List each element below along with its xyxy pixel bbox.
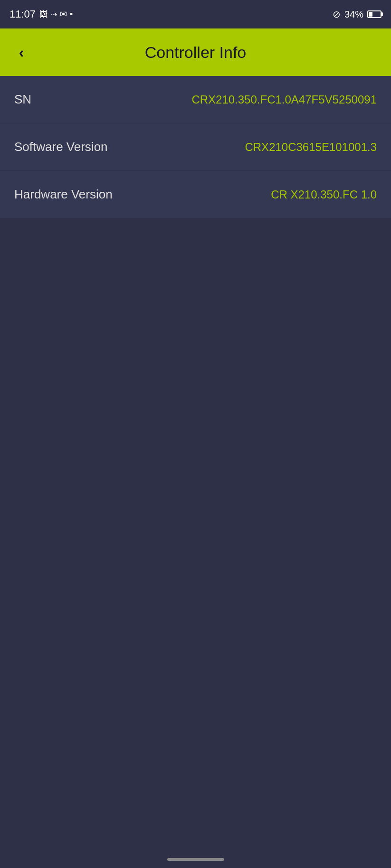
software-version-row: Software Version CRX210C3615E101001.3	[0, 123, 391, 171]
software-version-label: Software Version	[14, 140, 108, 154]
battery-percent: 34%	[344, 9, 363, 20]
status-bar: 11:07 🖼 ⇢ ✉ • ⊘ 34%	[0, 0, 391, 28]
back-arrow-icon: ‹	[19, 45, 24, 60]
status-icons: 🖼 ⇢ ✉ •	[39, 9, 73, 19]
info-content: SN CRX210.350.FC1.0A47F5V5250091 Softwar…	[0, 76, 391, 218]
battery-icon	[367, 10, 381, 18]
no-disturb-icon: ⊘	[333, 9, 341, 20]
back-button[interactable]: ‹	[10, 40, 33, 64]
sn-value: CRX210.350.FC1.0A47F5V5250091	[191, 93, 377, 106]
battery-fill	[369, 12, 372, 17]
sn-row: SN CRX210.350.FC1.0A47F5V5250091	[0, 76, 391, 123]
status-bar-right: ⊘ 34%	[333, 9, 381, 20]
page-title: Controller Info	[145, 43, 247, 62]
app-bar: ‹ Controller Info	[0, 28, 391, 76]
bottom-nav-indicator	[167, 858, 224, 861]
empty-content-area	[0, 218, 391, 868]
status-time: 11:07	[10, 8, 36, 20]
hardware-version-row: Hardware Version CR X210.350.FC 1.0	[0, 171, 391, 218]
gallery-icon: 🖼	[39, 9, 48, 19]
cast-icon: ⇢	[51, 10, 57, 19]
status-bar-left: 11:07 🖼 ⇢ ✉ •	[10, 8, 73, 20]
hardware-version-value: CR X210.350.FC 1.0	[271, 188, 377, 201]
hardware-version-label: Hardware Version	[14, 187, 113, 202]
software-version-value: CRX210C3615E101001.3	[245, 141, 377, 154]
sn-label: SN	[14, 92, 31, 107]
notification-dot: •	[70, 9, 73, 19]
message-icon: ✉	[60, 9, 67, 19]
